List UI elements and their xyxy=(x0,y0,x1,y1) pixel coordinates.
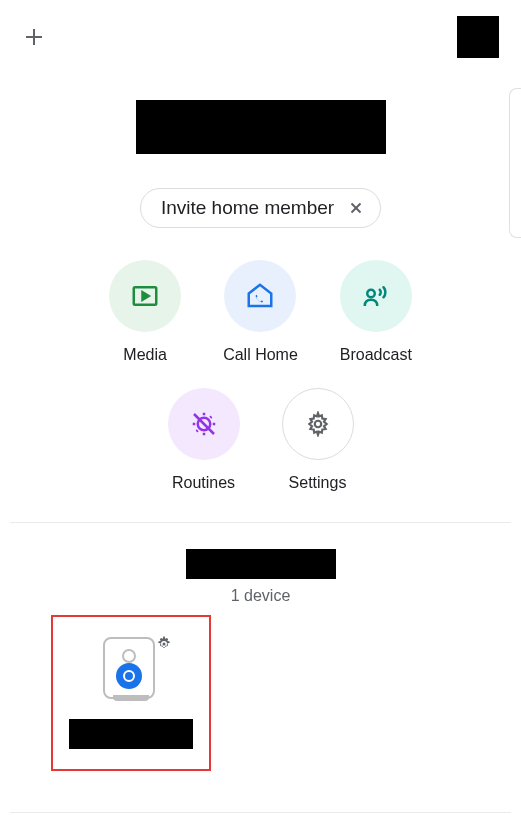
media-label: Media xyxy=(123,346,167,364)
top-bar xyxy=(0,0,521,58)
settings-action[interactable]: Settings xyxy=(282,388,354,492)
call-home-icon-circle xyxy=(224,260,296,332)
device-icon-wrap xyxy=(103,637,159,699)
routines-icon xyxy=(189,409,219,439)
media-action[interactable]: Media xyxy=(109,260,181,364)
device-count-label: 1 device xyxy=(0,587,521,605)
call-home-label: Call Home xyxy=(223,346,298,364)
routines-icon-circle xyxy=(168,388,240,460)
broadcast-icon-circle xyxy=(340,260,412,332)
svg-point-6 xyxy=(367,290,375,298)
settings-label: Settings xyxy=(289,474,347,492)
routines-label: Routines xyxy=(172,474,235,492)
plus-icon xyxy=(22,25,46,49)
actions-row-1: Media Call Home Broadcast xyxy=(0,260,521,364)
routines-action[interactable]: Routines xyxy=(168,388,240,492)
room-section: 1 device xyxy=(0,523,521,605)
media-icon xyxy=(130,281,160,311)
svg-point-15 xyxy=(314,421,321,428)
invite-dismiss-button[interactable] xyxy=(346,198,366,218)
device-name-label xyxy=(69,719,193,749)
account-avatar[interactable] xyxy=(457,16,499,58)
svg-line-13 xyxy=(196,430,197,431)
close-icon xyxy=(347,199,365,217)
home-title xyxy=(136,100,386,154)
device-gear-icon xyxy=(155,635,173,653)
media-icon-circle xyxy=(109,260,181,332)
scroll-indicator xyxy=(509,88,521,238)
speaker-device-icon xyxy=(103,637,155,699)
bottom-divider xyxy=(10,812,511,813)
invite-home-member-chip[interactable]: Invite home member xyxy=(140,188,381,228)
svg-line-14 xyxy=(210,417,211,418)
svg-marker-5 xyxy=(143,292,149,300)
add-button[interactable] xyxy=(20,23,48,51)
broadcast-icon xyxy=(361,281,391,311)
call-home-icon xyxy=(245,281,275,311)
settings-icon-circle xyxy=(282,388,354,460)
device-card[interactable] xyxy=(51,615,211,771)
actions-row-2: Routines Settings xyxy=(0,388,521,492)
room-title xyxy=(186,549,336,579)
gear-icon xyxy=(305,411,331,437)
call-home-action[interactable]: Call Home xyxy=(223,260,298,364)
broadcast-action[interactable]: Broadcast xyxy=(340,260,412,364)
invite-label: Invite home member xyxy=(161,197,334,219)
broadcast-label: Broadcast xyxy=(340,346,412,364)
